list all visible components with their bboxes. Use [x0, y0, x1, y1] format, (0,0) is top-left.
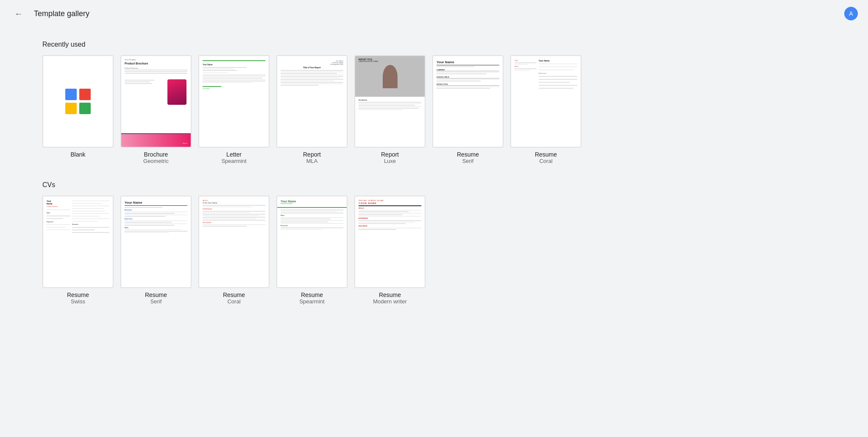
letter-sig-line [203, 86, 221, 87]
template-resume-coral[interactable]: Title Skills Your Name [510, 55, 581, 164]
gp-green [79, 103, 91, 114]
template-name-report-luxe: Report [381, 151, 399, 158]
template-brochure-geometric[interactable]: Your Company Product Brochure Product Ov… [120, 55, 192, 164]
template-thumb-cv-coral: Skills To be Your Name Experience Educat… [198, 196, 270, 288]
brochure-phone-img [167, 79, 186, 105]
rs-sec3: Office Title [437, 83, 499, 86]
back-button[interactable]: ← [10, 5, 27, 22]
profile-avatar[interactable]: A [844, 7, 858, 20]
mrl8 [281, 81, 334, 81]
mrl2 [281, 72, 343, 73]
rs-sec1: Company [437, 69, 499, 71]
coral-title-area: Title Skills [515, 59, 537, 71]
lxl1 [359, 102, 421, 103]
template-sub-resume-coral: Coral [539, 158, 552, 164]
cv-swiss-content: YourName Creative Director Skills Experi… [43, 196, 113, 287]
template-name-cv-swiss: Resume [67, 291, 89, 298]
rcr-name: Your Name [539, 59, 577, 62]
mla-title: Title of Your Report [281, 67, 343, 69]
template-cv-swiss[interactable]: YourName Creative Director Skills Experi… [42, 196, 114, 305]
spl1 [281, 210, 343, 210]
sw-exp-label: Experience [47, 221, 70, 223]
template-thumb-cv-swiss: YourName Creative Director Skills Experi… [42, 196, 114, 288]
scrollbar-track [865, 0, 868, 437]
recently-used-grid: Blank Your Company Product Brochure Prod… [42, 55, 826, 164]
lxl4 [359, 106, 421, 107]
cml8 [359, 223, 406, 224]
mrl10 [281, 84, 343, 84]
rsl5 [437, 81, 481, 81]
cvc-edu-label: Education [203, 222, 265, 224]
cvc-title-hint: To be Your Name [203, 202, 265, 204]
swiss-right-col: Education [72, 200, 109, 284]
rcl2 [515, 64, 528, 65]
cml6 [359, 220, 421, 221]
cvsl7 [125, 224, 187, 224]
cm-section3: EDUCATION [359, 225, 421, 227]
template-report-luxe[interactable]: REPORT TITLE LOREM IPSUM DOLOR SIT AMET … [354, 55, 426, 164]
google-plus-icon [65, 89, 91, 114]
bl2 [125, 81, 150, 82]
template-thumb-report-mla: Your NameProfessor Name10 September 2015… [276, 55, 348, 148]
brochure-footer-text: Dolor sit [183, 143, 187, 144]
letter-sig-name: Your Name [203, 88, 265, 90]
cm-section2: EXPERIENCE [359, 218, 421, 219]
cvsl1 [125, 212, 187, 213]
cml2 [359, 211, 409, 212]
template-name-resume-coral: Resume [535, 151, 557, 158]
swl6 [47, 230, 70, 230]
template-thumb-report-luxe: REPORT TITLE LOREM IPSUM DOLOR SIT AMET … [354, 55, 426, 148]
template-letter-spearmint[interactable]: Your Name Your Name [198, 55, 270, 164]
rcr2 [539, 67, 577, 67]
cvsl10 [125, 231, 187, 232]
cvsl5 [125, 221, 187, 221]
sw-name: YourName [47, 200, 70, 205]
sp-body: Skills Education [277, 210, 347, 234]
spl4 [281, 217, 343, 218]
mrl6 [281, 78, 340, 78]
template-name-report-mla: Report [303, 151, 321, 158]
template-report-mla[interactable]: Your NameProfessor Name10 September 2015… [276, 55, 348, 164]
template-cv-serif[interactable]: Your Name Education Experience Skills [120, 196, 192, 305]
report-mla-content: Your NameProfessor Name10 September 2015… [277, 56, 347, 147]
brochure-line3 [125, 73, 187, 74]
template-cv-modern[interactable]: FIRST LAST · LOCATION · DD YEAR YOUR NAM… [354, 196, 426, 305]
cml3 [359, 213, 421, 214]
template-thumb-resume-coral: Title Skills Your Name [510, 55, 581, 148]
template-cv-coral[interactable]: Skills To be Your Name Experience Educat… [198, 196, 270, 305]
coral-right-col: Your Name Experience [539, 59, 577, 143]
template-resume-serif[interactable]: Your Name Company School Field Office Ti… [432, 55, 504, 164]
template-thumb-resume-serif: Your Name Company School Field Office Ti… [432, 55, 504, 148]
cvcl10 [203, 224, 265, 225]
rcr7 [539, 85, 577, 86]
luxe-photo-area: REPORT TITLE LOREM IPSUM DOLOR SIT AMET [355, 56, 425, 97]
brochure-line2 [125, 71, 187, 72]
luxe-report-subtitle: LOREM IPSUM DOLOR SIT AMET [359, 61, 378, 62]
cvcl8 [203, 218, 256, 219]
gp-blue [65, 89, 77, 100]
swr1 [72, 201, 109, 202]
template-name-cv-spearmint: Resume [301, 291, 323, 298]
main-content: Recently used Blank Your C [0, 27, 868, 437]
template-cv-spearmint[interactable]: Your Name Inclusive Designer Skills [276, 196, 348, 305]
brochure-overview-label: Product Overview [125, 67, 138, 69]
rcr6 [539, 82, 570, 83]
swr8 [72, 218, 109, 219]
section-recently-used: Recently used Blank Your C [42, 41, 826, 164]
luxe-title-area: REPORT TITLE LOREM IPSUM DOLOR SIT AMET [359, 59, 378, 62]
rcl-title-label: Title [515, 59, 537, 62]
template-thumb-cv-spearmint: Your Name Inclusive Designer Skills [276, 196, 348, 288]
template-thumb-brochure: Your Company Product Brochure Product Ov… [120, 55, 192, 148]
cml4 [359, 214, 403, 215]
template-sub-report-mla: MLA [306, 158, 318, 164]
cvcl9 [203, 220, 265, 221]
rs-sec2: School Field [437, 76, 499, 78]
ll8 [203, 79, 265, 80]
swr10 [72, 227, 109, 228]
cvs-education-label: Education [125, 209, 187, 211]
cvcl7 [203, 217, 265, 218]
ll7 [203, 78, 262, 78]
template-thumb-cv-modern: FIRST LAST · LOCATION · DD YEAR YOUR NAM… [354, 196, 426, 288]
template-blank[interactable]: Blank [42, 55, 114, 164]
rsl6 [437, 87, 499, 87]
